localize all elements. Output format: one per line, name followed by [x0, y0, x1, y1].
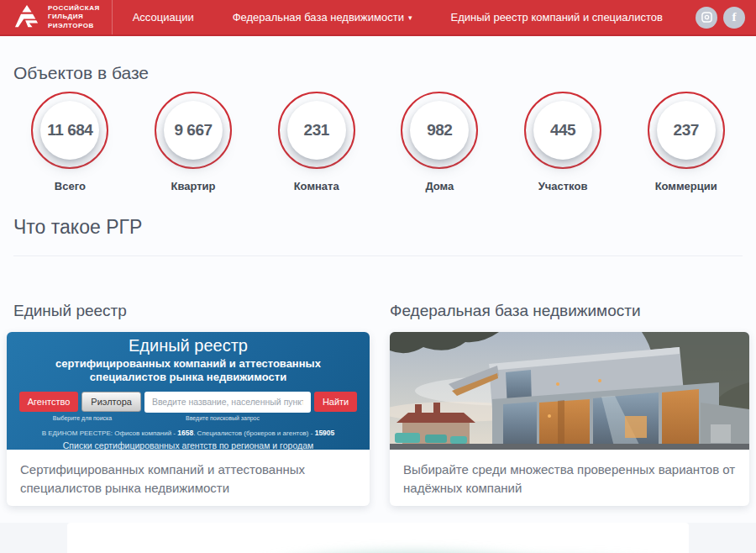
social-links: f: [696, 0, 756, 34]
page-title: Объектов в базе: [13, 63, 743, 83]
registry-banner: Единый реестр сертифицированных компаний…: [7, 332, 370, 450]
stat-value: 231: [304, 121, 329, 140]
stat-value: 445: [550, 121, 575, 140]
map-preview: [218, 531, 684, 553]
stat-apartments: 9 667 Квартир: [132, 92, 255, 192]
instagram-icon[interactable]: [696, 7, 717, 29]
chevron-down-icon: ▾: [408, 14, 412, 22]
stat-circle: 982: [401, 92, 478, 169]
registry-search-form: Агентство Риэлтора Найти: [7, 392, 370, 413]
facebook-icon[interactable]: f: [723, 7, 745, 29]
stat-circle: 11 684: [31, 92, 108, 169]
stat-total: 11 684 Всего: [8, 92, 132, 192]
offices-count: 1658: [177, 429, 193, 437]
stat-rooms: 231 Комната: [255, 92, 378, 192]
top-header: РОССИЙСКАЯ ГИЛЬДИЯ РИЭЛТОРОВ Ассоциации …: [0, 0, 756, 36]
banner-subtitle: сертифицированных компаний и аттестованн…: [45, 357, 331, 385]
stat-value: 237: [674, 121, 699, 140]
nav-associations[interactable]: Ассоциации: [133, 11, 194, 24]
stat-houses: 982 Дома: [378, 92, 501, 192]
logo-text: РОССИЙСКАЯ ГИЛЬДИЯ РИЭЛТОРОВ: [48, 4, 100, 30]
stat-plots: 445 Участков: [501, 92, 625, 192]
stat-circle: 237: [648, 92, 725, 169]
map-card: [67, 523, 689, 553]
realtor-button[interactable]: Риэлтора: [81, 392, 141, 412]
stat-value: 982: [427, 121, 452, 140]
registry-counts: В ЕДИНОМ РЕЕСТРЕ: Офисов компаний - 1658…: [7, 429, 370, 437]
house-photo: [390, 332, 749, 450]
find-button[interactable]: Найти: [314, 392, 357, 412]
fbn-caption: Выбирайте среди множества проверенных ва…: [390, 450, 749, 506]
form-hints: Выберите для поиска Введите поисковый за…: [7, 415, 370, 421]
fbn-heading: Федеральная база недвижимости: [390, 302, 749, 320]
stat-label: Участков: [538, 180, 588, 192]
agency-button[interactable]: Агентство: [19, 392, 79, 412]
nav-unified-registry[interactable]: Единый реестр компаний и специалистов: [450, 11, 662, 24]
stat-label: Дома: [425, 180, 454, 192]
rgr-logo-icon: [13, 5, 40, 30]
hint-query: Введите поисковый запрос: [139, 415, 306, 421]
stat-value: 9 667: [174, 121, 212, 140]
stat-circle: 231: [278, 92, 355, 169]
stat-circle: 445: [524, 92, 601, 169]
certified-agencies-link[interactable]: Списки сертифицированных агентств по рег…: [63, 440, 313, 450]
stat-label: Комната: [294, 180, 339, 192]
registry-heading: Единый реестр: [13, 302, 370, 320]
registry-search-input[interactable]: [144, 392, 311, 413]
stat-value: 11 684: [47, 121, 92, 140]
stat-label: Коммерции: [655, 180, 717, 192]
nav-federal-base[interactable]: Федеральная база недвижимости ▾: [233, 11, 412, 24]
bottom-section: [0, 523, 756, 553]
stat-commercial: 237 Коммерции: [624, 92, 748, 192]
stat-label: Всего: [55, 180, 86, 192]
main-nav: Ассоциации Федеральная база недвижимости…: [133, 0, 663, 34]
hint-choose: Выберите для поиска: [29, 415, 136, 421]
registry-card[interactable]: Единый реестр сертифицированных компаний…: [7, 332, 370, 506]
fbn-card[interactable]: Выбирайте среди множества проверенных ва…: [390, 332, 749, 506]
section-divider: [13, 255, 743, 256]
logo[interactable]: РОССИЙСКАЯ ГИЛЬДИЯ РИЭЛТОРОВ: [0, 0, 113, 34]
stat-circle: 9 667: [155, 92, 232, 169]
banner-title: Единый реестр: [7, 336, 370, 356]
stats-row: 11 684 Всего 9 667 Квартир 231 Комната 9…: [0, 92, 756, 192]
about-title: Что такое РГР: [13, 216, 743, 239]
registry-caption: Сертифицированных компаний и аттестованн…: [7, 450, 370, 506]
stat-label: Квартир: [171, 180, 215, 192]
specialists-count: 15905: [315, 429, 335, 437]
